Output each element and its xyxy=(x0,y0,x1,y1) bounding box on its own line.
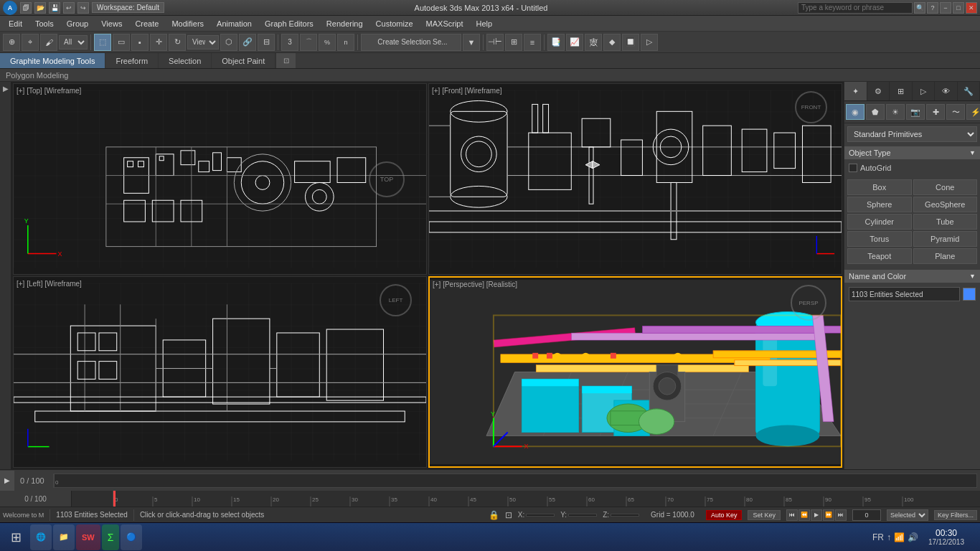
cmd-tab-hierarchy[interactable]: ⊞ xyxy=(890,82,913,100)
viewport-top[interactable]: [+] [Top] [Wireframe] TOP xyxy=(13,83,427,275)
systems-icon[interactable]: ⚡ xyxy=(966,104,980,120)
viewport-left-nav[interactable]: LEFT xyxy=(380,284,412,316)
lights-icon[interactable]: ☀ xyxy=(886,104,905,120)
left-panel-toggle[interactable]: ▶ xyxy=(0,82,11,469)
scale-button[interactable]: ⬡ xyxy=(220,34,237,51)
cameras-icon[interactable]: 📷 xyxy=(906,104,925,120)
lasso-icon[interactable]: ⌖ xyxy=(22,34,39,51)
taskbar-app-extra[interactable]: 🔵 xyxy=(121,524,142,550)
menu-group[interactable]: Group xyxy=(61,18,95,29)
pyramid-button[interactable]: Pyramid xyxy=(913,231,978,247)
cone-button[interactable]: Cone xyxy=(913,179,978,195)
cmd-tab-utilities[interactable]: 🔧 xyxy=(958,82,981,100)
viewport-perspective[interactable]: [+] [Perspective] [Realistic] PERSP xyxy=(428,276,842,468)
keymode-dropdown[interactable]: Selected xyxy=(887,509,928,521)
magnet-icon[interactable]: ⊡ xyxy=(505,510,512,520)
named-sel-dropdown[interactable]: ▼ xyxy=(463,34,480,51)
animation-ruler[interactable]: 0 5 10 15 20 25 30 35 40 45 50 xyxy=(72,491,980,507)
cmd-tab-create[interactable]: ✦ xyxy=(844,82,867,100)
material-button[interactable]: ◆ xyxy=(603,34,621,51)
undo-button[interactable]: ↩ xyxy=(63,2,75,14)
system-clock[interactable]: 00:30 17/12/2013 xyxy=(923,528,970,546)
search-input[interactable] xyxy=(798,2,913,14)
prev-frame-button[interactable]: ⏪ xyxy=(798,509,810,521)
first-frame-button[interactable]: ⏮ xyxy=(786,509,798,521)
timeline-track[interactable]: 0 xyxy=(53,474,977,488)
menu-customize[interactable]: Customize xyxy=(370,18,419,29)
menu-graph-editors[interactable]: Graph Editors xyxy=(259,18,319,29)
menu-rendering[interactable]: Rendering xyxy=(321,18,369,29)
menu-views[interactable]: Views xyxy=(95,18,128,29)
cylinder-button[interactable]: Cylinder xyxy=(847,214,912,230)
named-selection-button[interactable]: Create Selection Se... xyxy=(361,34,461,51)
workspace-dropdown[interactable]: Workspace: Default xyxy=(92,2,164,13)
paint-select-icon[interactable]: 🖌 xyxy=(40,34,57,51)
menu-maxscript[interactable]: MAXScript xyxy=(420,18,469,29)
ribbon-more-button[interactable]: ⊡ xyxy=(275,53,296,68)
view-dropdown[interactable]: View xyxy=(187,35,219,50)
play-anim-button[interactable]: ▶ xyxy=(811,509,822,521)
play-button[interactable]: ▶ xyxy=(0,471,14,491)
render-button[interactable]: 🔲 xyxy=(622,34,639,51)
viewport-front[interactable]: [+] [Front] [Wireframe] FRONT xyxy=(428,83,842,275)
snap-toggle[interactable]: n xyxy=(337,34,354,51)
tab-freeform[interactable]: Freeform xyxy=(105,53,159,68)
object-name-input[interactable] xyxy=(849,287,960,301)
last-frame-button[interactable]: ⏭ xyxy=(835,509,847,521)
move-button[interactable]: ✛ xyxy=(150,34,167,51)
menu-help[interactable]: Help xyxy=(471,18,499,29)
taskbar-app-sigma[interactable]: Σ xyxy=(102,524,120,550)
select-filter-icon[interactable]: ⊕ xyxy=(3,34,20,51)
menu-create[interactable]: Create xyxy=(129,18,164,29)
taskbar-app-files[interactable]: 📁 xyxy=(53,524,75,550)
menu-edit[interactable]: Edit xyxy=(3,18,28,29)
color-swatch[interactable] xyxy=(963,288,976,301)
link-button[interactable]: 🔗 xyxy=(239,34,256,51)
array-button[interactable]: ⊞ xyxy=(505,34,522,51)
align-button[interactable]: ⊟ xyxy=(258,34,275,51)
next-frame-button[interactable]: ⏩ xyxy=(823,509,834,521)
layer-button[interactable]: 📑 xyxy=(547,34,565,51)
menu-tools[interactable]: Tools xyxy=(29,18,60,29)
show-desktop-button[interactable] xyxy=(971,524,977,550)
tube-button[interactable]: Tube xyxy=(913,214,978,230)
plane-button[interactable]: Plane xyxy=(913,248,978,264)
taskbar-app-sw[interactable]: SW xyxy=(76,524,100,550)
name-color-section-header[interactable]: Name and Color ▼ xyxy=(844,270,980,283)
menu-animation[interactable]: Animation xyxy=(211,18,258,29)
num3-button[interactable]: 3 xyxy=(281,34,298,51)
select-object-button[interactable]: ⬚ xyxy=(94,34,111,51)
titlebar-maximize-button[interactable]: □ xyxy=(953,2,964,14)
percent-snap[interactable]: % xyxy=(319,34,336,51)
box-button[interactable]: Box xyxy=(847,179,912,195)
geometry-icon[interactable]: ◉ xyxy=(846,104,864,120)
autogrid-checkbox[interactable] xyxy=(849,164,857,172)
viewport-top-nav[interactable]: TOP xyxy=(369,161,405,197)
cmd-tab-motion[interactable]: ▷ xyxy=(913,82,936,100)
curve-editor-button[interactable]: 📈 xyxy=(566,34,583,51)
tab-graphite-modeling[interactable]: Graphite Modeling Tools xyxy=(0,53,105,68)
start-button[interactable]: ⊞ xyxy=(3,524,29,550)
help-button[interactable]: ? xyxy=(927,2,938,14)
rotate-button[interactable]: ↻ xyxy=(169,34,186,51)
schematic-button[interactable]: 🕸 xyxy=(585,34,602,51)
save-button[interactable]: 💾 xyxy=(49,2,60,14)
minimize-button[interactable]: 🗐 xyxy=(20,2,32,14)
search-icon[interactable]: 🔍 xyxy=(914,2,925,14)
sphere-button[interactable]: Sphere xyxy=(847,197,912,212)
shapes-icon[interactable]: ⬟ xyxy=(866,104,885,120)
filter-dropdown[interactable]: All xyxy=(59,35,88,50)
object-type-section-header[interactable]: Object Type ▼ xyxy=(844,146,980,159)
autokey-button[interactable]: Auto Key xyxy=(706,510,743,520)
viewport-perspective-nav[interactable]: PERSP xyxy=(791,285,826,321)
lock-icon[interactable]: 🔒 xyxy=(489,510,499,520)
teapot-button[interactable]: Teapot xyxy=(847,248,912,264)
redo-button[interactable]: ↪ xyxy=(77,2,89,14)
cmd-tab-modify[interactable]: ⚙ xyxy=(867,82,890,100)
titlebar-minimize-button[interactable]: − xyxy=(940,2,951,14)
spacewarps-icon[interactable]: 〜 xyxy=(946,104,965,120)
align-tools-button[interactable]: ≡ xyxy=(524,34,541,51)
tab-selection[interactable]: Selection xyxy=(159,53,212,68)
geosphere-button[interactable]: GeoSphere xyxy=(913,197,978,212)
select-region-button[interactable]: ▭ xyxy=(113,34,130,51)
